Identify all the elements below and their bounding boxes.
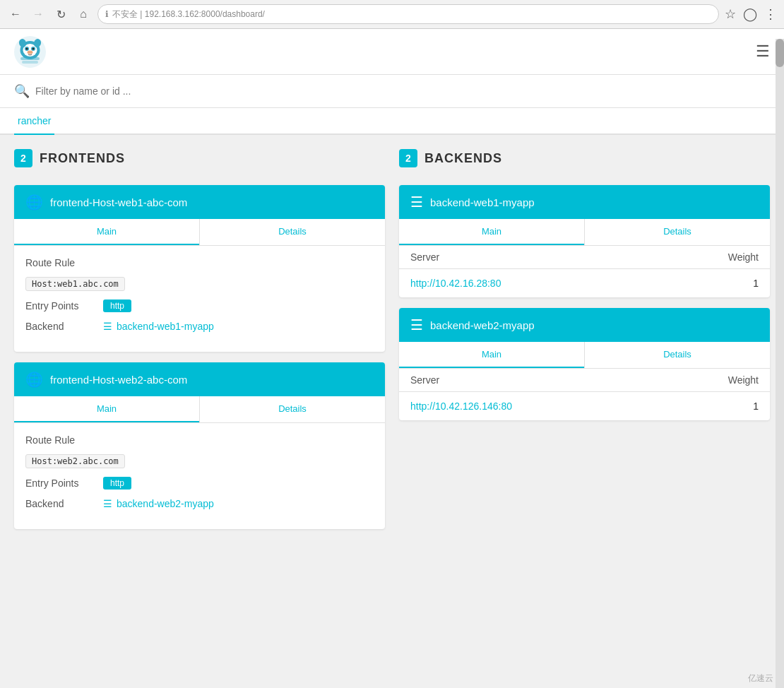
browser-chrome: ← → ↻ ⌂ ℹ 不安全 | 192.168.3.162:8000/dashb…	[0, 0, 784, 29]
backend-1-server-col-label: Server	[410, 251, 439, 263]
frontend-2-route-rule-value-row: Host:web2.abc.com	[25, 454, 374, 468]
backend-2-title: backend-web2-myapp	[430, 319, 535, 331]
backend-2-server-url-0[interactable]: http://10.42.126.146:80	[410, 401, 512, 412]
backend-2-main-tab[interactable]: Main	[399, 342, 584, 368]
backend-1-server-table: Server Weight http://10.42.16.28:80 1	[399, 246, 770, 297]
frontends-title: FRONTENDS	[40, 151, 125, 166]
frontend-2-entry-points-value: http	[103, 477, 131, 490]
browser-actions: ☆ ◯ ⋮	[725, 6, 777, 22]
frontend-2-backend-label: Backend	[25, 498, 103, 509]
backend-2-server-row-0: http://10.42.126.146:80 1	[399, 391, 770, 420]
frontend-card-1: 🌐 frontend-Host-web1-abc-com Main Detail…	[14, 185, 385, 352]
frontend-2-route-rule-label: Route Rule	[25, 434, 103, 446]
backend-2-icon: ☰	[410, 316, 423, 333]
backend-link-icon-1: ☰	[103, 321, 112, 332]
backend-link-icon-2: ☰	[103, 498, 112, 509]
backend-2-weight-col-label: Weight	[728, 374, 759, 386]
hamburger-button[interactable]: ☰	[756, 42, 770, 61]
frontend-2-tabs: Main Details	[14, 396, 385, 423]
tab-container: rancher	[0, 108, 784, 135]
backend-2-server-weight-0: 1	[753, 401, 759, 412]
bookmark-button[interactable]: ☆	[725, 6, 736, 22]
backend-2-tabs: Main Details	[399, 342, 770, 369]
backend-2-details-tab[interactable]: Details	[585, 342, 770, 368]
frontend-2-title: frontend-Host-web2-abc-com	[50, 374, 187, 386]
backend-card-2: ☰ backend-web2-myapp Main Details Server…	[399, 308, 770, 420]
frontend-1-details-tab[interactable]: Details	[200, 219, 385, 245]
svg-point-5	[26, 47, 28, 49]
frontend-2-header[interactable]: 🌐 frontend-Host-web2-abc-com	[14, 362, 385, 396]
browser-toolbar: ← → ↻ ⌂ ℹ 不安全 | 192.168.3.162:8000/dashb…	[0, 0, 784, 28]
scrollbar-track[interactable]	[776, 39, 784, 543]
svg-rect-11	[22, 61, 38, 64]
frontend-1-main-tab[interactable]: Main	[14, 219, 199, 245]
frontend-2-backend-row: Backend ☰ backend-web2-myapp	[25, 498, 374, 509]
frontend-1-header[interactable]: 🌐 frontend-Host-web1-abc-com	[14, 185, 385, 219]
svg-point-7	[28, 50, 33, 54]
main-content: 2 FRONTENDS 🌐 frontend-Host-web1-abc-com…	[0, 135, 784, 543]
frontend-1-backend-row: Backend ☰ backend-web1-myapp	[25, 321, 374, 332]
frontends-header: 2 FRONTENDS	[14, 149, 385, 167]
frontend-2-details-tab[interactable]: Details	[200, 396, 385, 422]
search-bar-container: 🔍	[0, 75, 784, 108]
frontend-1-backend-link[interactable]: ☰ backend-web1-myapp	[103, 321, 214, 332]
frontend-2-icon: 🌐	[25, 371, 43, 388]
search-input[interactable]	[35, 85, 247, 97]
lock-icon: ℹ	[105, 9, 109, 19]
home-button[interactable]: ⌂	[75, 6, 92, 23]
frontend-1-icon: 🌐	[25, 194, 43, 210]
search-bar: 🔍	[14, 83, 770, 99]
frontend-2-main-tab[interactable]: Main	[14, 396, 199, 422]
backend-2-server-col-label: Server	[410, 374, 439, 386]
frontend-1-backend-name: backend-web1-myapp	[117, 321, 214, 332]
frontend-card-2: 🌐 frontend-Host-web2-abc-com Main Detail…	[14, 362, 385, 529]
backend-2-header[interactable]: ☰ backend-web2-myapp	[399, 308, 770, 342]
search-icon: 🔍	[14, 83, 30, 99]
frontend-1-tabs: Main Details	[14, 219, 385, 246]
backend-1-weight-col-label: Weight	[728, 251, 759, 263]
refresh-button[interactable]: ↻	[52, 6, 69, 23]
backend-1-tabs: Main Details	[399, 219, 770, 246]
frontend-1-title: frontend-Host-web1-abc-com	[50, 196, 187, 208]
backend-1-title: backend-web1-myapp	[430, 196, 535, 208]
frontends-count-badge: 2	[14, 149, 32, 167]
frontend-1-backend-label: Backend	[25, 321, 103, 332]
svg-point-6	[32, 47, 35, 49]
frontend-1-route-rule-row: Route Rule	[25, 257, 374, 268]
forward-button[interactable]: →	[30, 6, 47, 23]
backends-count-badge: 2	[399, 149, 417, 167]
scrollbar-thumb[interactable]	[776, 39, 784, 67]
backend-2-server-table: Server Weight http://10.42.126.146:80 1	[399, 369, 770, 420]
tab-rancher[interactable]: rancher	[14, 108, 54, 135]
backend-1-details-tab[interactable]: Details	[585, 219, 770, 245]
backend-1-header[interactable]: ☰ backend-web1-myapp	[399, 185, 770, 219]
backend-1-server-weight-0: 1	[753, 278, 759, 289]
app-header: ☰	[0, 29, 784, 75]
frontend-2-body: Route Rule Host:web2.abc.com Entry Point…	[14, 423, 385, 529]
backend-1-table-header: Server Weight	[399, 246, 770, 268]
frontends-column: 2 FRONTENDS 🌐 frontend-Host-web1-abc-com…	[14, 149, 385, 529]
account-button[interactable]: ◯	[743, 6, 757, 22]
frontend-2-backend-name: backend-web2-myapp	[117, 498, 214, 509]
back-button[interactable]: ←	[7, 6, 24, 23]
frontend-1-entry-points-value: http	[103, 299, 131, 312]
frontend-2-route-rule-row: Route Rule	[25, 434, 374, 446]
backends-column: 2 BACKENDS ☰ backend-web1-myapp Main Det…	[399, 149, 770, 529]
frontend-2-entry-points-label: Entry Points	[25, 478, 103, 489]
frontend-1-route-rule-label: Route Rule	[25, 257, 103, 268]
menu-button[interactable]: ⋮	[764, 6, 777, 22]
address-bar[interactable]: ℹ 不安全 | 192.168.3.162:8000/dashboard/	[97, 4, 719, 24]
insecure-label: 不安全 | 192.168.3.162:8000/dashboard/	[112, 8, 265, 20]
frontend-1-body: Route Rule Host:web1.abc.com Entry Point…	[14, 246, 385, 352]
frontend-1-entry-points-row: Entry Points http	[25, 299, 374, 312]
backends-header: 2 BACKENDS	[399, 149, 770, 167]
frontend-2-route-rule-value: Host:web2.abc.com	[25, 454, 125, 468]
frontend-1-entry-points-label: Entry Points	[25, 300, 103, 312]
frontend-1-route-rule-value: Host:web1.abc.com	[25, 277, 125, 291]
frontend-2-backend-link[interactable]: ☰ backend-web2-myapp	[103, 498, 214, 509]
backend-1-main-tab[interactable]: Main	[399, 219, 584, 245]
backend-card-1: ☰ backend-web1-myapp Main Details Server…	[399, 185, 770, 297]
traefik-logo-icon	[14, 36, 46, 68]
svg-rect-10	[20, 57, 40, 60]
backend-1-server-url-0[interactable]: http://10.42.16.28:80	[410, 278, 501, 289]
